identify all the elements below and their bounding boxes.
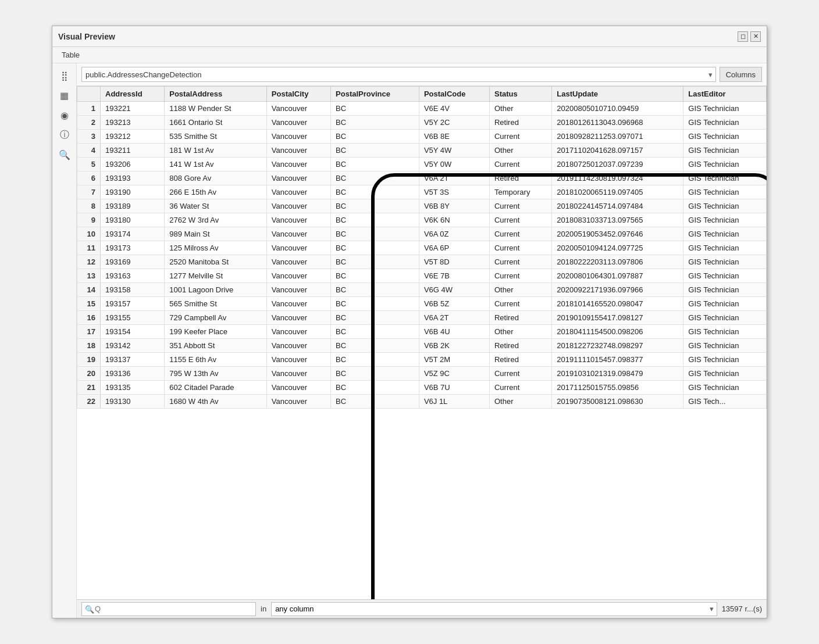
table-row[interactable]: 21193135602 Citadel ParadeVancouverBCV6B…: [77, 381, 767, 395]
cell-postalcode: V6B 8Y: [419, 199, 489, 213]
cell-postaladdress: 989 Main St: [165, 227, 267, 241]
cell-lasteditor: GIS Technician: [683, 102, 767, 116]
search-icon: 🔍: [85, 604, 94, 613]
row-number: 17: [77, 325, 101, 339]
cell-status: Current: [489, 213, 551, 227]
row-number: 15: [77, 297, 101, 311]
column-filter-select[interactable]: any column: [271, 602, 717, 616]
row-number: 19: [77, 353, 101, 367]
cell-lastupdate: 20200805010710.09459: [552, 102, 683, 116]
cell-lastupdate: 20180224145714.097484: [552, 199, 683, 213]
row-number: 6: [77, 171, 101, 185]
columns-button[interactable]: Columns: [720, 67, 762, 82]
table-row[interactable]: 11932211188 W Pender StVancouverBCV6E 4V…: [77, 102, 767, 116]
table-row[interactable]: 10193174989 Main StVancouverBCV6A 0ZCurr…: [77, 227, 767, 241]
table-row[interactable]: 16193155729 Campbell AvVancouverBCV6A 2T…: [77, 311, 767, 325]
cell-postalcode: V6G 4W: [419, 283, 489, 297]
cell-postalcity: Vancouver: [266, 116, 330, 130]
cell-status: Current: [489, 199, 551, 213]
table-row[interactable]: 11193173125 Milross AvVancouverBCV6A 6PC…: [77, 241, 767, 255]
cell-postalprovince: BC: [331, 130, 419, 144]
cell-postaladdress: 729 Campbell Av: [165, 311, 267, 325]
cell-postalcity: Vancouver: [266, 395, 330, 409]
cell-postalprovince: BC: [331, 171, 419, 185]
table-row[interactable]: 141931581001 Lagoon DriveVancouverBCV6G …: [77, 283, 767, 297]
info-icon[interactable]: ⓘ: [56, 126, 73, 144]
table-menu[interactable]: Table: [58, 49, 83, 60]
table-row[interactable]: 131931631277 Melville StVancouverBCV6E 7…: [77, 269, 767, 283]
cell-status: Current: [489, 241, 551, 255]
cell-lastupdate: 20200801064301.097887: [552, 269, 683, 283]
table-row[interactable]: 15193157565 Smithe StVancouverBCV6B 5ZCu…: [77, 297, 767, 311]
cell-postaladdress: 2762 W 3rd Av: [165, 213, 267, 227]
cell-postaladdress: 1680 W 4th Av: [165, 395, 267, 409]
cell-lastupdate: 20191031021319.098479: [552, 367, 683, 381]
row-number: 2: [77, 116, 101, 130]
cell-addressid: 193174: [101, 227, 165, 241]
cell-postaladdress: 2520 Manitoba St: [165, 255, 267, 269]
table-selector[interactable]: public.AddressesChangeDetection: [81, 67, 716, 82]
col-header-postalcode: PostalCode: [419, 87, 489, 102]
cell-postaladdress: 795 W 13th Av: [165, 367, 267, 381]
table-row[interactable]: 6193193808 Gore AvVancouverBCV6A 2TRetir…: [77, 171, 767, 185]
cell-lasteditor: GIS Technician: [683, 381, 767, 395]
table-row[interactable]: 221931301680 W 4th AvVancouverBCV6J 1LOt…: [77, 395, 767, 409]
cell-lastupdate: 20180725012037.097239: [552, 158, 683, 171]
cell-postaladdress: 1155 E 6th Av: [165, 353, 267, 367]
table-icon[interactable]: ▦: [56, 87, 73, 104]
cell-addressid: 193173: [101, 241, 165, 255]
cell-postaladdress: 351 Abbott St: [165, 339, 267, 353]
cell-addressid: 193180: [101, 213, 165, 227]
restore-button[interactable]: ◻: [738, 31, 748, 42]
data-table: AddressId PostalAddress PostalCity Posta…: [77, 86, 767, 409]
table-row[interactable]: 18193142351 Abbott StVancouverBCV6B 2KRe…: [77, 339, 767, 353]
cell-status: Current: [489, 158, 551, 171]
close-button[interactable]: ✕: [750, 31, 761, 42]
cell-postalcode: V6B 2K: [419, 339, 489, 353]
cell-postaladdress: 266 E 15th Av: [165, 185, 267, 199]
cell-lasteditor: GIS Technician: [683, 130, 767, 144]
search-tool-icon[interactable]: 🔍: [56, 146, 73, 163]
cell-postalcity: Vancouver: [266, 381, 330, 395]
table-header: AddressId PostalAddress PostalCity Posta…: [77, 87, 767, 102]
cell-lasteditor: GIS Technician: [683, 144, 767, 158]
table-row[interactable]: 4193211181 W 1st AvVancouverBCV5Y 4WOthe…: [77, 144, 767, 158]
cell-postalcity: Vancouver: [266, 241, 330, 255]
table-row[interactable]: 5193206141 W 1st AvVancouverBCV5Y 0WCurr…: [77, 158, 767, 171]
layers-icon[interactable]: ⣿: [56, 67, 73, 84]
cell-lasteditor: GIS Technician: [683, 199, 767, 213]
cell-postalprovince: BC: [331, 213, 419, 227]
cell-postalprovince: BC: [331, 158, 419, 171]
table-row[interactable]: 17193154199 Keefer PlaceVancouverBCV6B 4…: [77, 325, 767, 339]
cell-status: Other: [489, 283, 551, 297]
table-row[interactable]: 819318936 Water StVancouverBCV6B 8YCurre…: [77, 199, 767, 213]
data-icon[interactable]: ◉: [56, 106, 73, 124]
table-container[interactable]: AddressId PostalAddress PostalCity Posta…: [77, 86, 767, 599]
cell-postalprovince: BC: [331, 325, 419, 339]
search-input[interactable]: [81, 602, 256, 616]
table-row[interactable]: 7193190266 E 15th AvVancouverBCV5T 3STem…: [77, 185, 767, 199]
table-row[interactable]: 21932131661 Ontario StVancouverBCV5Y 2CR…: [77, 116, 767, 130]
row-number: 22: [77, 395, 101, 409]
cell-lastupdate: 20181014165520.098047: [552, 297, 683, 311]
cell-postalcode: V6E 7B: [419, 269, 489, 283]
cell-status: Current: [489, 381, 551, 395]
cell-status: Other: [489, 325, 551, 339]
cell-postalcity: Vancouver: [266, 171, 330, 185]
row-number: 16: [77, 311, 101, 325]
table-row[interactable]: 20193136795 W 13th AvVancouverBCV5Z 9CCu…: [77, 367, 767, 381]
cell-status: Other: [489, 395, 551, 409]
table-row[interactable]: 3193212535 Smithe StVancouverBCV6B 8ECur…: [77, 130, 767, 144]
cell-lastupdate: 20200922171936.097966: [552, 283, 683, 297]
main-window: Visual Preview ◻ ✕ Table ⣿ ▦ ◉ ⓘ 🔍 publi…: [52, 26, 767, 618]
cell-postalcode: V5T 8D: [419, 255, 489, 269]
cell-lastupdate: 20200519053452.097646: [552, 227, 683, 241]
cell-lasteditor: GIS Technician: [683, 339, 767, 353]
table-row[interactable]: 91931802762 W 3rd AvVancouverBCV6K 6NCur…: [77, 213, 767, 227]
cell-status: Current: [489, 130, 551, 144]
table-row[interactable]: 191931371155 E 6th AvVancouverBCV5T 2MRe…: [77, 353, 767, 367]
cell-lasteditor: GIS Technician: [683, 255, 767, 269]
cell-lastupdate: 20190109155417.098127: [552, 311, 683, 325]
cell-addressid: 193136: [101, 367, 165, 381]
table-row[interactable]: 121931692520 Manitoba StVancouverBCV5T 8…: [77, 255, 767, 269]
